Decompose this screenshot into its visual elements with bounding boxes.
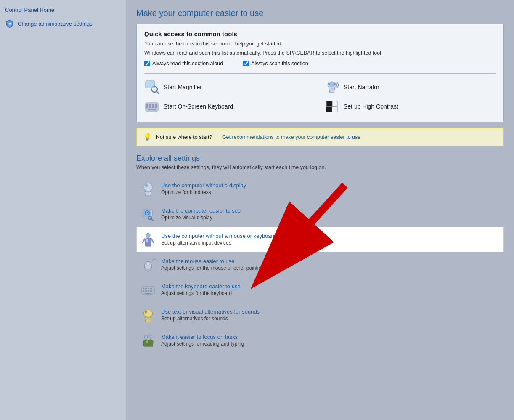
setting-text-visual-sounds-link[interactable]: Use text or visual alternatives for soun… <box>161 308 260 315</box>
shield-icon: ★ <box>5 19 14 28</box>
page-title: Make your computer easier to use <box>136 8 504 18</box>
magnifier-icon <box>144 80 159 95</box>
checkbox-read-aloud-label[interactable]: Always read this section aloud <box>144 61 223 66</box>
svg-point-58 <box>144 335 148 338</box>
no-mouse-keyboard-icon <box>140 231 156 247</box>
setting-use-without-display[interactable]: Use the computer without a display Optim… <box>136 176 504 202</box>
svg-point-8 <box>328 83 330 85</box>
svg-rect-47 <box>148 288 149 289</box>
checkbox-row: Always read this section aloud Always sc… <box>144 61 496 66</box>
svg-text:★: ★ <box>8 22 12 26</box>
mouse-icon <box>140 257 156 273</box>
setting-focus-tasks-link[interactable]: Make it easier to focus on tasks <box>161 334 244 340</box>
bulb-icon: 💡 <box>143 133 152 142</box>
sidebar-item-control-panel-home[interactable]: Control Panel Home <box>5 7 121 13</box>
svg-rect-23 <box>326 107 332 112</box>
main-content: Make your computer easier to use Quick a… <box>126 0 514 420</box>
explore-settings-desc: When you select these settings, they wil… <box>136 165 504 170</box>
setting-mouse-easier-link[interactable]: Make the mouse easier to use <box>161 258 283 264</box>
svg-rect-50 <box>145 290 147 292</box>
keyboard-icon <box>144 99 159 114</box>
setting-focus-tasks[interactable]: Make it easier to focus on tasks Adjust … <box>136 328 504 353</box>
setting-use-without-mouse-keyboard-sub: Set up alternative input devices <box>161 240 231 246</box>
sidebar-item-label: Change administrative settings <box>18 21 93 27</box>
sounds-icon <box>140 307 156 323</box>
setting-focus-tasks-sub: Adjust settings for reading and typing <box>161 341 244 347</box>
setting-text-visual-sounds-sub: Set up alternatives for sounds <box>161 316 228 322</box>
setting-text-visual-sounds-text: Use text or visual alternatives for soun… <box>161 308 260 322</box>
tool-high-contrast[interactable]: Set up High Contrast <box>324 99 496 114</box>
svg-point-34 <box>146 233 150 237</box>
quick-access-title: Quick access to common tools <box>144 30 496 37</box>
svg-rect-17 <box>152 106 154 108</box>
tool-start-narrator[interactable]: Start Narrator <box>324 80 496 95</box>
svg-rect-12 <box>149 104 151 106</box>
svg-rect-27 <box>143 182 148 186</box>
tool-start-magnifier[interactable]: Start Magnifier <box>144 80 316 95</box>
explore-settings-title: Explore all settings <box>136 154 504 163</box>
tool-keyboard-label: Start On-Screen Keyboard <box>164 103 233 110</box>
tool-magnifier-label: Start Magnifier <box>164 84 202 90</box>
svg-rect-52 <box>150 290 152 292</box>
svg-rect-21 <box>332 101 337 107</box>
svg-rect-20 <box>326 101 332 107</box>
sidebar: Control Panel Home ★ Change administrati… <box>0 0 126 420</box>
setting-use-without-display-sub: Optimize for blindness <box>161 189 211 195</box>
svg-line-4 <box>156 91 159 93</box>
svg-rect-19 <box>148 109 156 110</box>
setting-use-without-mouse-keyboard-text: Use the computer without a mouse or keyb… <box>161 233 276 246</box>
settings-list: Use the computer without a display Optim… <box>136 176 504 353</box>
setting-keyboard-easier-text: Make the keyboard easier to use Adjust s… <box>161 283 241 296</box>
setting-use-without-mouse-keyboard[interactable]: Use the computer without a mouse or keyb… <box>136 227 504 252</box>
svg-rect-46 <box>145 288 147 289</box>
tool-narrator-label: Start Narrator <box>344 84 379 90</box>
setting-use-without-display-link[interactable]: Use the computer without a display <box>161 182 246 189</box>
easier-see-icon <box>140 206 156 222</box>
svg-rect-49 <box>143 290 144 292</box>
setting-keyboard-easier-link[interactable]: Make the keyboard easier to use <box>161 283 241 290</box>
checkbox-read-aloud[interactable] <box>144 61 150 66</box>
setting-mouse-easier-sub: Adjust settings for the mouse or other p… <box>161 265 283 271</box>
svg-point-5 <box>151 86 155 90</box>
hint-text: Not sure where to start? <box>156 134 212 140</box>
setting-keyboard-easier[interactable]: Make the keyboard easier to use Adjust s… <box>136 277 504 303</box>
checkbox-scan-label[interactable]: Always scan this section <box>243 61 308 66</box>
svg-rect-37 <box>146 239 148 242</box>
svg-point-41 <box>146 263 150 265</box>
tool-start-keyboard[interactable]: Start On-Screen Keyboard <box>144 99 316 114</box>
display-icon <box>140 181 156 197</box>
quick-access-box: Quick access to common tools You can use… <box>136 24 504 122</box>
setting-mouse-easier-text: Make the mouse easier to use Adjust sett… <box>161 258 283 271</box>
svg-line-42 <box>152 259 154 261</box>
svg-rect-45 <box>143 288 144 289</box>
svg-rect-15 <box>146 106 148 108</box>
setting-easier-to-see[interactable]: Make the computer easier to see Optimize… <box>136 202 504 227</box>
setting-easier-to-see-text: Make the computer easier to see Optimize… <box>161 207 241 221</box>
setting-use-without-display-text: Use the computer without a display Optim… <box>161 182 246 195</box>
narrator-icon <box>324 80 339 95</box>
setting-easier-to-see-link[interactable]: Make the computer easier to see <box>161 207 241 214</box>
sidebar-item-change-admin[interactable]: ★ Change administrative settings <box>5 19 121 28</box>
quick-access-desc1: You can use the tools in this section to… <box>144 40 496 48</box>
svg-line-35 <box>143 239 145 243</box>
setting-mouse-easier[interactable]: Make the mouse easier to use Adjust sett… <box>136 252 504 277</box>
checkbox-scan[interactable] <box>243 61 249 66</box>
focus-icon <box>140 332 156 348</box>
setting-text-visual-sounds[interactable]: Use text or visual alternatives for soun… <box>136 303 504 328</box>
svg-rect-14 <box>155 104 157 106</box>
svg-point-31 <box>147 212 148 213</box>
setting-easier-to-see-sub: Optimize visual display <box>161 215 212 221</box>
sidebar-item-label: Control Panel Home <box>5 7 54 13</box>
svg-point-59 <box>149 335 152 338</box>
setting-use-without-mouse-keyboard-link[interactable]: Use the computer without a mouse or keyb… <box>161 233 276 239</box>
hint-link[interactable]: Get recommendations to make your compute… <box>222 134 360 140</box>
svg-rect-18 <box>155 106 157 108</box>
quick-access-desc2: Windows can read and scan this list auto… <box>144 49 496 57</box>
setting-keyboard-easier-sub: Adjust settings for the keyboard <box>161 290 232 296</box>
svg-point-9 <box>334 83 336 85</box>
svg-point-57 <box>145 311 147 313</box>
tools-grid: Start Magnifier Start Narrator <box>144 73 496 114</box>
hint-bar: 💡 Not sure where to start? Get recommend… <box>136 128 504 146</box>
keyboard-easier-icon <box>140 282 156 298</box>
svg-rect-60 <box>146 340 148 343</box>
